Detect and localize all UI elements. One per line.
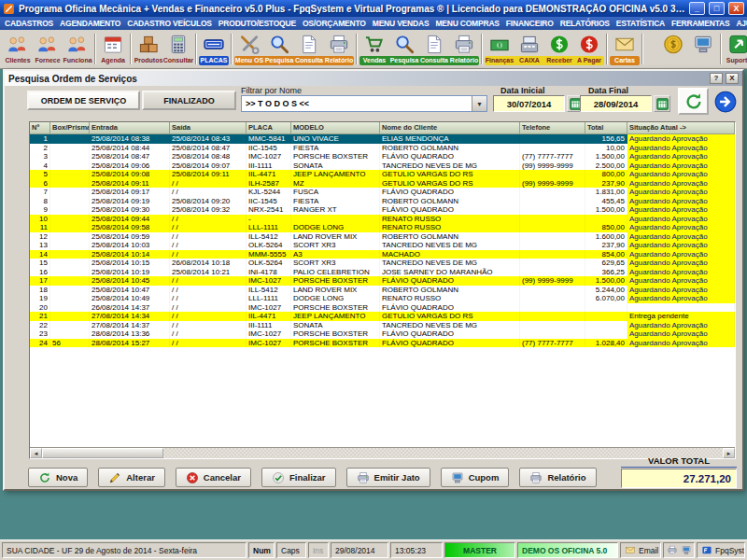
search-icon	[393, 34, 416, 55]
menu-item-financeiro[interactable]: FINANCEIRO	[506, 19, 554, 28]
cell-saida: 25/08/2014 08:43	[170, 134, 247, 144]
column-header-saida[interactable]: Saída	[170, 122, 247, 134]
toolbar-consulta-button[interactable]	[419, 31, 449, 56]
scrollbar-thumb[interactable]	[42, 448, 163, 458]
finalizar-button[interactable]: Finalizar	[261, 468, 336, 487]
column-header-modelo[interactable]: MODELO	[291, 122, 380, 134]
table-row[interactable]: 1925/08/2014 10:49/ /LLL-1111DODGE LONGR…	[30, 294, 735, 303]
table-row[interactable]: 1625/08/2014 10:1925/08/2014 10:21INI-41…	[30, 268, 735, 277]
table-row[interactable]: 225/08/2014 08:4425/08/2014 08:47IIC-154…	[30, 144, 735, 153]
toolbar-consulta-button[interactable]	[294, 31, 324, 56]
table-row[interactable]: 2328/08/2014 13:36/ /IMC-1027PORSCHE BOX…	[30, 329, 735, 339]
maximize-button[interactable]: □	[709, 2, 725, 15]
menu-item-cadastros[interactable]: CADASTROS	[5, 19, 53, 28]
toolbar-clientes-button[interactable]	[3, 31, 33, 56]
finalizado-button[interactable]: FINALIZADO	[142, 91, 236, 110]
column-header-placa[interactable]: PLACA	[247, 122, 291, 134]
toolbar-financas-button[interactable]	[485, 31, 514, 56]
toolbar-suporte-button[interactable]	[724, 31, 747, 56]
dialog-close-button[interactable]: X	[726, 73, 739, 84]
menu-item-produto-estoque[interactable]: PRODUTO/ESTOQUE	[218, 19, 296, 28]
table-row[interactable]: 1825/08/2014 10:47/ /ILL-5412LAND ROVER …	[30, 286, 735, 295]
toolbar-agenda-button[interactable]	[98, 31, 128, 56]
menu-item-ferramentas[interactable]: FERRAMENTAS	[671, 19, 729, 28]
toolbar-caixa-button[interactable]	[514, 31, 544, 56]
menu-item-estatistica[interactable]: ESTATÍSTICA	[616, 19, 665, 28]
column-header-n[interactable]: Nº	[30, 122, 50, 134]
cell-placa: LLL-1111	[247, 294, 291, 303]
cell-n: 7	[30, 188, 50, 197]
table-row[interactable]: 825/08/2014 09:1925/08/2014 09:20IIC-154…	[30, 197, 735, 206]
table-row[interactable]: 2227/08/2014 14:37/ /III-1111SONATATANCR…	[30, 321, 735, 330]
menu-item-menu-compras[interactable]: MENU COMPRAS	[435, 19, 499, 28]
column-header-box-prisma[interactable]: Box/Prisma	[50, 122, 90, 134]
go-button[interactable]	[712, 89, 738, 114]
relatorio-button[interactable]: Relatório	[519, 468, 596, 487]
table-row[interactable]: 1725/08/2014 10:45/ /IMC-1027PORSCHE BOX…	[30, 276, 735, 286]
toolbar-relatorio-button[interactable]	[449, 31, 479, 56]
alterar-button[interactable]: Alterar	[98, 468, 165, 487]
toolbar-pesquisa-button[interactable]	[264, 31, 294, 56]
dialog-help-button[interactable]: ?	[710, 73, 723, 84]
filter-combobox[interactable]: >> T O D O S << ▼	[241, 95, 487, 112]
column-header-entrada[interactable]: Entrada	[90, 122, 170, 134]
table-row[interactable]: 725/08/2014 09:17/ /KJL-5244FUSCAFLÁVIO …	[30, 188, 735, 197]
date-start-input[interactable]: 30/07/2014	[493, 95, 565, 112]
table-row[interactable]: 925/08/2014 09:3025/08/2014 09:32NRX-254…	[30, 205, 735, 215]
table-row[interactable]: 2127/08/2014 14:34/ /IIL-4471JEEP LANÇAM…	[30, 312, 735, 321]
table-row[interactable]: 1225/08/2014 09:59/ /ILL-5412LAND ROVER …	[30, 232, 735, 242]
chevron-down-icon[interactable]: ▼	[472, 96, 486, 111]
table-row[interactable]: 1325/08/2014 10:03/ /OLK-5264SCORT XR3TA…	[30, 241, 735, 250]
table-row[interactable]: 1025/08/2014 09:44/ /-RENATO RUSSOAguard…	[30, 215, 735, 224]
toolbar-produtos-button[interactable]	[134, 31, 163, 56]
terminal-icon[interactable]	[681, 545, 692, 555]
status-email[interactable]: Email	[620, 542, 661, 558]
minimize-button[interactable]: _	[689, 2, 705, 15]
table-row[interactable]: 325/08/2014 08:4725/08/2014 08:48IMC-102…	[30, 152, 735, 161]
toolbar-terminal-button[interactable]	[688, 31, 718, 56]
cancelar-button[interactable]: Cancelar	[176, 468, 251, 487]
toolbar-receber-button[interactable]	[544, 31, 574, 56]
table-row[interactable]: 625/08/2014 09:11/ /ILH-2587MZGETULIO VA…	[30, 179, 735, 189]
toolbar-pesquisa-button[interactable]	[389, 31, 419, 56]
toolbar-funciona-button[interactable]	[63, 31, 92, 56]
table-row[interactable]: 425/08/2014 09:0625/08/2014 09:07III-111…	[30, 161, 735, 171]
table-row[interactable]: 1525/08/2014 10:1526/08/2014 10:18OLK-52…	[30, 259, 735, 268]
menu-item-os-orcamento[interactable]: OS/ORÇAMENTO	[303, 19, 366, 28]
refresh-button[interactable]	[678, 88, 709, 115]
toolbar-consultar-button[interactable]	[163, 31, 193, 56]
column-header-total[interactable]: Total	[585, 122, 627, 134]
date-end-input[interactable]: 28/09/2014	[580, 95, 652, 112]
menu-item-menu-vendas[interactable]: MENU VENDAS	[373, 19, 430, 28]
close-button[interactable]: X	[728, 2, 744, 15]
toolbar-coin-button[interactable]	[658, 31, 688, 56]
ordem-de-servico-button[interactable]: ORDEM DE SERVIÇO	[27, 91, 140, 110]
toolbar-relatorio-button[interactable]	[324, 31, 354, 56]
menu-item-ajuda[interactable]: AJUDA	[736, 19, 747, 28]
nova-button[interactable]: Nova	[28, 468, 88, 487]
cupom-button[interactable]: Cupom	[441, 468, 510, 487]
column-header-nome-do-cliente[interactable]: Nome do Cliente	[380, 122, 520, 134]
table-row[interactable]: 1125/08/2014 09:58/ /LLL-1111DODGE LONGR…	[30, 223, 735, 232]
table-row[interactable]: 125/08/2014 08:3825/08/2014 08:43MMC-584…	[30, 134, 735, 144]
toolbar-fornece-button[interactable]	[33, 31, 63, 56]
toolbar-a-pagar-button[interactable]	[574, 31, 604, 56]
column-header-situacao-atual[interactable]: Situação Atual ->	[627, 122, 735, 134]
toolbar-menu-os-button[interactable]	[234, 31, 264, 56]
toolbar-cartas-button[interactable]	[610, 31, 640, 56]
cell-modelo: PALIO CELEBRETION	[291, 268, 380, 277]
table-row[interactable]: 245628/08/2014 15:27/ /IMC-1027PORSCHE B…	[30, 339, 735, 348]
menu-item-relatorios[interactable]: RELATÓRIOS	[560, 19, 610, 28]
menu-item-agendamento[interactable]: AGENDAMENTO	[60, 19, 120, 28]
emitir-jato-button[interactable]: Emitir Jato	[346, 468, 430, 487]
printer-icon[interactable]	[667, 545, 678, 555]
table-row[interactable]: 1425/08/2014 10:14/ /MMM-5555A3MACHADO85…	[30, 250, 735, 259]
column-header-telefone[interactable]: Telefone	[520, 122, 585, 134]
table-row[interactable]: 2026/08/2014 14:37/ /IMC-1027PORSCHE BOX…	[30, 303, 735, 313]
toolbar-vendas-button[interactable]	[359, 31, 389, 56]
menu-item-cadastro-veiculos[interactable]: CADASTRO VEÍCULOS	[127, 19, 212, 28]
table-row[interactable]: 525/08/2014 09:0825/08/2014 09:11IIL-447…	[30, 170, 735, 179]
scroll-left-button[interactable]: ◄	[30, 448, 42, 458]
toolbar-placas-button[interactable]	[199, 31, 229, 56]
date-end-calendar-button[interactable]	[654, 95, 670, 112]
